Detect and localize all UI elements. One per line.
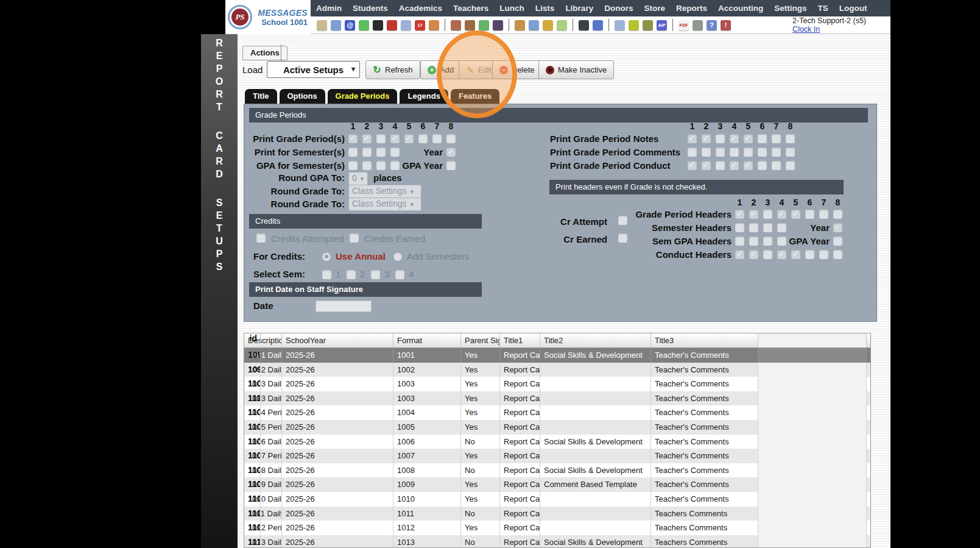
tab-features[interactable]: Features [451, 89, 499, 104]
grade-period-headers-checkbox[interactable] [819, 210, 828, 219]
column-header-id[interactable]: id [244, 333, 261, 343]
print-grade-period-comments-checkbox[interactable] [786, 148, 795, 157]
print-grade-period-s-checkbox[interactable] [376, 134, 386, 143]
tab-options[interactable]: Options [280, 89, 325, 104]
print-grade-period-conduct-checkbox[interactable] [786, 161, 795, 170]
sem-3-checkbox[interactable] [371, 270, 380, 279]
table-row[interactable]: 11021005 Period - 5 Columns2025-261005Ye… [244, 420, 870, 435]
grade-period-headers-checkbox[interactable] [763, 210, 772, 219]
column-header-parent-sig[interactable]: Parent Sig [461, 333, 500, 347]
contact-grid-icon[interactable] [331, 20, 341, 30]
table-row[interactable]: 11091012 Period - 6 column (extr...2025-… [244, 521, 870, 535]
nav-item-library[interactable]: Library [560, 0, 599, 16]
family-icon[interactable] [493, 20, 503, 30]
nav-item-ts[interactable]: TS [812, 0, 833, 16]
clock-in-link[interactable]: Clock In [792, 25, 866, 34]
nav-item-academics[interactable]: Academics [393, 0, 448, 16]
print-grade-period-conduct-checkbox[interactable] [730, 161, 739, 170]
nav-item-accounting[interactable]: Accounting [713, 0, 769, 16]
print-grade-period-notes-checkbox[interactable] [730, 134, 739, 143]
grade-period-headers-checkbox[interactable] [805, 210, 814, 219]
nav-item-logout[interactable]: Logout [834, 0, 873, 16]
conduct-headers-checkbox[interactable] [805, 250, 814, 259]
card-printer-icon[interactable] [643, 20, 653, 30]
send-note-icon[interactable] [557, 20, 567, 30]
calendar-date-icon[interactable]: 17 [415, 20, 425, 30]
round-gpa-select[interactable]: 0▾ [348, 172, 368, 185]
conduct-headers-checkbox[interactable] [777, 250, 786, 259]
print-grade-period-comments-checkbox[interactable] [758, 148, 767, 157]
gpa-for-semester-s-checkbox[interactable] [348, 161, 358, 170]
bell-icon[interactable] [543, 20, 553, 30]
print-grade-period-conduct-checkbox[interactable] [772, 161, 781, 170]
sem-1-checkbox[interactable] [322, 270, 331, 279]
print-grade-period-notes-checkbox[interactable] [772, 134, 781, 143]
tab-grade-periods[interactable]: Grade Periods [328, 89, 398, 104]
print-grade-period-conduct-checkbox[interactable] [716, 161, 725, 170]
refresh-button[interactable]: ↻Refresh [365, 60, 420, 79]
announcement-icon[interactable] [429, 20, 439, 30]
column-header-title3[interactable]: Title3 [651, 333, 758, 347]
sem-4-checkbox[interactable] [395, 270, 404, 279]
calendar-icon[interactable] [401, 20, 411, 30]
clock-icon[interactable] [593, 20, 603, 30]
print-grade-period-conduct-checkbox[interactable] [758, 161, 767, 170]
email-icon[interactable]: @ [345, 20, 355, 30]
print-grade-period-s-checkbox[interactable] [418, 134, 428, 143]
print-grade-period-s-checkbox[interactable] [404, 134, 414, 143]
column-header-format[interactable]: Format [393, 333, 461, 347]
round-grade2-select[interactable]: Class Settings▾ [348, 197, 421, 211]
voice-call-icon[interactable] [387, 20, 397, 30]
sem-gpa-headers-checkbox[interactable] [735, 237, 744, 246]
use-annual-radio[interactable] [322, 252, 331, 261]
nav-item-teachers[interactable]: Teachers [448, 0, 494, 16]
table-scrollbar[interactable] [758, 333, 867, 347]
print-grade-period-conduct-checkbox[interactable] [688, 161, 697, 170]
grade-period-headers-checkbox[interactable] [749, 210, 758, 219]
grade-period-headers-checkbox[interactable] [777, 210, 786, 219]
table-row[interactable]: 11101013 Daily - 7 Columns (Con...2025-2… [244, 535, 870, 548]
ledger-icon[interactable] [615, 20, 625, 30]
homework-icon[interactable] [529, 20, 539, 30]
print-grade-period-comments-checkbox[interactable] [702, 148, 711, 157]
print-grade-period-comments-checkbox[interactable] [688, 148, 697, 157]
print-grade-period-notes-checkbox[interactable] [716, 134, 725, 143]
payments-icon[interactable] [479, 20, 489, 30]
print-grade-period-notes-checkbox[interactable] [744, 134, 753, 143]
print-grade-period-comments-checkbox[interactable] [744, 148, 753, 157]
table-row[interactable]: 10991002 Daily - 9 Columns2025-261002Yes… [244, 363, 870, 377]
help-icon[interactable]: ? [707, 20, 717, 30]
add-button[interactable]: +Add [420, 60, 461, 79]
make-inactive-button[interactable]: Make Inactive [538, 60, 614, 79]
alert-icon[interactable]: ! [721, 20, 731, 30]
nav-item-settings[interactable]: Settings [769, 0, 812, 16]
print-grade-period-comments-checkbox[interactable] [730, 148, 739, 157]
table-row[interactable]: 10981001 Daily Conduct - 5 Colu...2025-2… [244, 348, 870, 363]
print-grade-period-s-checkbox[interactable] [362, 134, 372, 143]
table-row[interactable]: 11071010 Daily Landscape - (Atte...2025-… [244, 492, 870, 507]
year-headers-checkbox[interactable] [833, 223, 842, 232]
conduct-headers-checkbox[interactable] [735, 250, 744, 259]
print-grade-period-notes-checkbox[interactable] [702, 134, 711, 143]
nav-item-admin[interactable]: Admin [311, 0, 347, 16]
column-header-title2[interactable]: Title2 [540, 333, 651, 347]
print-grade-period-notes-checkbox[interactable] [688, 134, 697, 143]
medical-icon[interactable] [451, 20, 461, 30]
print-grade-period-s-checkbox[interactable] [446, 134, 456, 143]
print-grade-period-s-checkbox[interactable] [348, 134, 358, 143]
print-grade-period-conduct-checkbox[interactable] [702, 161, 711, 170]
check-icon[interactable] [629, 20, 639, 30]
conduct-headers-checkbox[interactable] [819, 250, 828, 259]
load-select[interactable]: Active Setups ▾ [267, 61, 360, 78]
print-icon[interactable] [693, 20, 703, 30]
print-grade-period-notes-checkbox[interactable] [758, 134, 767, 143]
table-row[interactable]: 11011004 Period - 9 Columns2025-261004Ye… [244, 405, 870, 420]
delete-button[interactable]: −Delete [492, 60, 542, 79]
tab-title[interactable]: Title [245, 89, 277, 104]
date-input[interactable] [316, 301, 372, 312]
table-row[interactable]: 11191003 Daily - 5 Columns (6675)2025-26… [244, 391, 870, 406]
conduct-headers-checkbox[interactable] [833, 250, 842, 259]
gpa-year-headers-checkbox[interactable] [833, 237, 842, 246]
round-grade1-select[interactable]: Class Settings▾ [348, 185, 421, 198]
credits-attempted-checkbox[interactable] [256, 233, 266, 243]
